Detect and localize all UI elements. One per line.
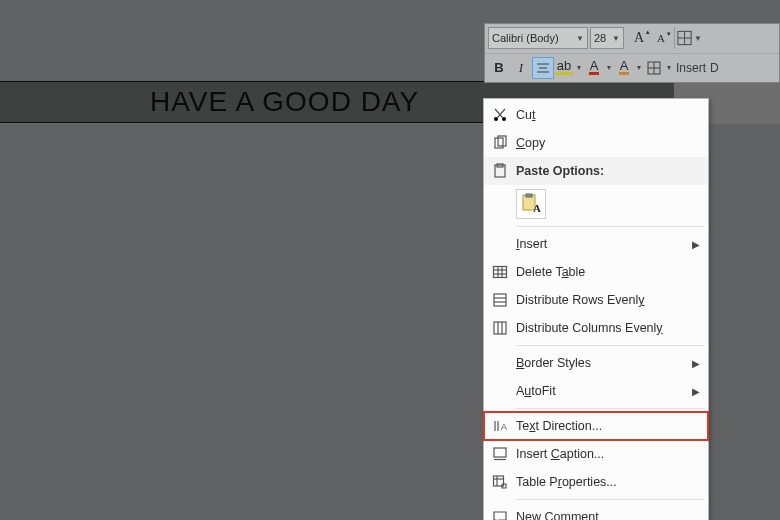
menu-label: New Comment: [516, 510, 700, 520]
menu-separator: [516, 345, 705, 346]
font-color-button[interactable]: A ▼: [584, 57, 614, 79]
chevron-down-icon[interactable]: ▼: [664, 64, 674, 71]
table-grid-button[interactable]: ▼: [674, 27, 702, 49]
font-size-value: 28: [594, 32, 606, 44]
paste-keep-text-button[interactable]: A: [516, 189, 546, 219]
bold-button[interactable]: B: [488, 57, 510, 79]
delete-table-icon: [492, 264, 508, 280]
font-family-value: Calibri (Body): [492, 32, 559, 44]
menu-item-distribute-columns[interactable]: Distribute Columns Evenly: [484, 314, 708, 342]
menu-label: Copy: [516, 136, 700, 150]
chevron-down-icon[interactable]: ▼: [604, 64, 614, 71]
table-cell-text: HAVE A GOOD DAY: [150, 86, 419, 118]
menu-label: Distribute Rows Evenly: [516, 293, 700, 307]
chevron-down-icon[interactable]: ▼: [574, 64, 584, 71]
chevron-down-icon[interactable]: ▼: [612, 34, 620, 43]
highlight-icon: ab: [555, 60, 573, 75]
context-menu: Cut Copy Paste Options: A Insert ▶ Delet…: [483, 98, 709, 520]
menu-item-autofit[interactable]: AutoFit ▶: [484, 377, 708, 405]
menu-label: Delete Table: [516, 265, 700, 279]
caption-icon: [492, 446, 508, 462]
menu-separator: [516, 499, 705, 500]
chevron-down-icon[interactable]: ▼: [634, 64, 644, 71]
menu-label: AutoFit: [516, 384, 692, 398]
menu-label: Table Properties...: [516, 475, 700, 489]
paste-options-row: A: [484, 185, 708, 223]
scissors-icon: [492, 107, 508, 123]
distribute-columns-icon: [492, 320, 508, 336]
menu-item-text-direction[interactable]: A Text Direction...: [484, 412, 708, 440]
submenu-arrow-icon: ▶: [692, 358, 700, 369]
font-family-select[interactable]: Calibri (Body) ▼: [488, 27, 588, 49]
menu-separator: [516, 408, 705, 409]
text-direction-icon: A: [492, 418, 508, 434]
menu-item-distribute-rows[interactable]: Distribute Rows Evenly: [484, 286, 708, 314]
svg-rect-20: [494, 267, 507, 278]
menu-item-new-comment[interactable]: New Comment: [484, 503, 708, 520]
svg-rect-18: [526, 194, 532, 197]
menu-label: Text Direction...: [516, 419, 700, 433]
svg-text:A: A: [501, 422, 507, 432]
chevron-down-icon[interactable]: ▼: [576, 34, 584, 43]
insert-split-button[interactable]: Insert: [674, 61, 708, 75]
submenu-arrow-icon: ▶: [692, 239, 700, 250]
menu-item-delete-table[interactable]: Delete Table: [484, 258, 708, 286]
menu-item-insert[interactable]: Insert ▶: [484, 230, 708, 258]
chevron-down-icon[interactable]: ▼: [694, 34, 702, 43]
highlight-button[interactable]: ab ▼: [554, 57, 584, 79]
menu-item-table-properties[interactable]: Table Properties...: [484, 468, 708, 496]
svg-rect-25: [494, 294, 506, 306]
svg-rect-34: [494, 448, 506, 457]
distribute-rows-icon: [492, 292, 508, 308]
align-center-button[interactable]: [532, 57, 554, 79]
menu-item-border-styles[interactable]: Border Styles ▶: [484, 349, 708, 377]
svg-point-10: [502, 117, 506, 121]
table-properties-icon: [492, 474, 508, 490]
svg-point-9: [494, 117, 498, 121]
submenu-arrow-icon: ▶: [692, 386, 700, 397]
mini-toolbar: Calibri (Body) ▼ 28 ▼ A▴ A▾ ▼ B I ab ▼ A…: [484, 23, 780, 83]
menu-label: Border Styles: [516, 356, 692, 370]
svg-rect-28: [494, 322, 506, 334]
paste-keep-text-icon: A: [520, 193, 542, 215]
menu-item-insert-caption[interactable]: Insert Caption...: [484, 440, 708, 468]
borders-icon: [646, 60, 662, 76]
align-center-icon: [535, 60, 551, 76]
delete-split-button[interactable]: D: [708, 61, 721, 75]
menu-label: Cut: [516, 108, 700, 122]
menu-header-paste-options: Paste Options:: [484, 157, 708, 185]
menu-label: Distribute Columns Evenly: [516, 321, 700, 335]
svg-text:A: A: [533, 202, 541, 214]
grow-font-button[interactable]: A▴: [628, 27, 650, 49]
shading-button[interactable]: A ▼: [614, 57, 644, 79]
menu-label: Paste Options:: [516, 164, 700, 178]
font-color-icon: A: [589, 60, 600, 75]
menu-label: Insert Caption...: [516, 447, 700, 461]
menu-label: Insert: [516, 237, 692, 251]
menu-item-cut[interactable]: Cut: [484, 101, 708, 129]
comment-icon: [492, 509, 508, 520]
italic-button[interactable]: I: [510, 57, 532, 79]
clipboard-icon: [492, 163, 508, 179]
menu-item-copy[interactable]: Copy: [484, 129, 708, 157]
borders-button[interactable]: ▼: [644, 57, 674, 79]
copy-icon: [492, 135, 508, 151]
font-size-select[interactable]: 28 ▼: [590, 27, 624, 49]
table-grid-icon: [677, 30, 692, 46]
paint-bucket-icon: A: [619, 60, 630, 75]
menu-separator: [516, 226, 705, 227]
shrink-font-button[interactable]: A▾: [650, 27, 672, 49]
